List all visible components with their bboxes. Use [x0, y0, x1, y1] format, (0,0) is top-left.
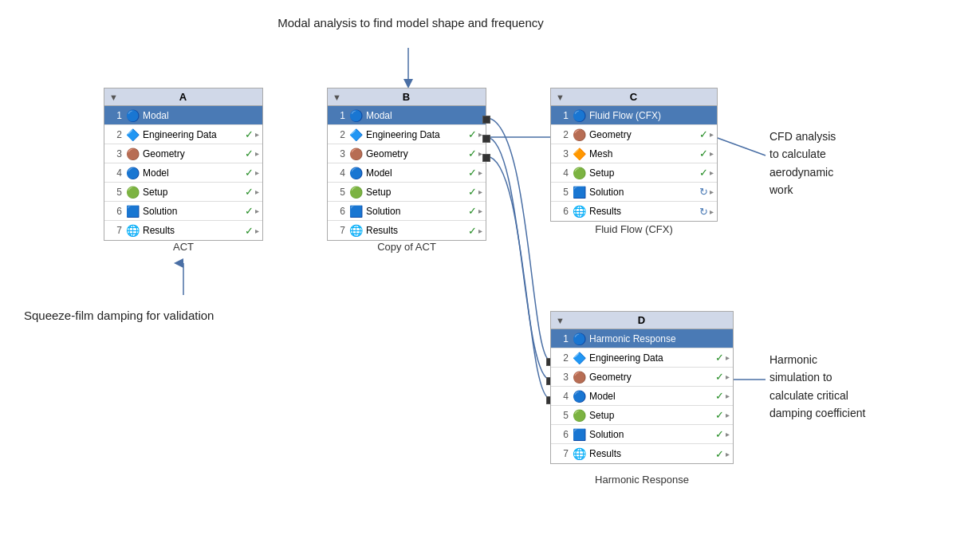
row-D-5[interactable]: 5 🟢 Setup ✓ ▸ — [551, 406, 733, 425]
row-arrow-B-4: ▸ — [478, 168, 482, 177]
row-num-B-3: 3 — [331, 148, 345, 159]
row-check-C-5: ↻ — [699, 186, 708, 198]
row-check-C-2: ✓ — [699, 128, 708, 140]
row-icon-A-3: 🟤 — [125, 147, 140, 161]
row-label-D-2: Engineering Data — [589, 352, 712, 364]
row-num-D-4: 4 — [554, 391, 569, 402]
row-label-A-6: Solution — [143, 206, 242, 217]
row-A-3[interactable]: 3 🟤 Geometry ✓ ▸ — [104, 144, 262, 163]
row-arrow-D-4: ▸ — [726, 391, 730, 400]
row-C-3[interactable]: 3 🔶 Mesh ✓ ▸ — [551, 144, 717, 163]
row-A-6[interactable]: 6 🟦 Solution ✓ ▸ — [104, 202, 262, 221]
row-C-1[interactable]: 1 🔵 Fluid Flow (CFX) — [551, 106, 717, 125]
row-icon-D-1: 🔵 — [572, 332, 586, 346]
row-D-2[interactable]: 2 🔷 Engineering Data ✓ ▸ — [551, 348, 733, 368]
row-label-B-6: Solution — [366, 206, 465, 217]
row-B-1[interactable]: 1 🔵 Modal — [328, 106, 486, 125]
row-C-5[interactable]: 5 🟦 Solution ↻ ▸ — [551, 183, 717, 202]
row-B-4[interactable]: 4 🔵 Model ✓ ▸ — [328, 163, 486, 183]
row-B-5[interactable]: 5 🟢 Setup ✓ ▸ — [328, 183, 486, 202]
row-num-C-1: 1 — [554, 110, 569, 121]
row-check-D-5: ✓ — [715, 409, 724, 421]
row-arrow-C-6: ▸ — [710, 207, 714, 216]
collapse-arrow-C[interactable]: ▼ — [556, 92, 565, 102]
row-check-C-6: ↻ — [699, 206, 708, 218]
row-num-D-7: 7 — [554, 448, 569, 459]
right-top-annotation: CFD analysisto calculateaerodynamicwork — [769, 128, 836, 199]
row-icon-A-1: 🔵 — [125, 108, 140, 123]
row-icon-B-7: 🌐 — [348, 223, 363, 238]
row-label-B-4: Model — [366, 167, 465, 179]
collapse-arrow-D[interactable]: ▼ — [556, 316, 565, 325]
row-arrow-D-2: ▸ — [726, 353, 730, 362]
row-icon-D-7: 🌐 — [572, 447, 586, 461]
svg-line-2 — [715, 137, 766, 155]
row-icon-B-4: 🔵 — [348, 166, 363, 180]
row-num-B-2: 2 — [331, 129, 345, 140]
row-icon-D-5: 🟢 — [572, 408, 586, 423]
row-B-6[interactable]: 6 🟦 Solution ✓ ▸ — [328, 202, 486, 221]
row-arrow-A-2: ▸ — [255, 130, 259, 139]
system-header-D: ▼ D — [551, 312, 733, 329]
row-arrow-A-6: ▸ — [255, 207, 259, 215]
row-D-7[interactable]: 7 🌐 Results ✓ ▸ — [551, 444, 733, 463]
right-bottom-annotation: Harmonicsimulation tocalculate criticald… — [769, 351, 865, 423]
row-label-C-1: Fluid Flow (CFX) — [589, 110, 714, 121]
row-icon-A-5: 🟢 — [125, 185, 140, 199]
row-C-4[interactable]: 4 🟢 Setup ✓ ▸ — [551, 163, 717, 183]
row-C-6[interactable]: 6 🌐 Results ↻ ▸ — [551, 202, 717, 221]
system-block-C: ▼ C 1 🔵 Fluid Flow (CFX) 2 🟤 Geometry ✓ … — [550, 88, 718, 222]
system-label-A: ACT — [104, 241, 263, 253]
row-label-A-2: Engineering Data — [143, 129, 242, 140]
row-num-A-6: 6 — [108, 206, 122, 217]
row-label-A-3: Geometry — [143, 148, 242, 159]
collapse-arrow-A[interactable]: ▼ — [109, 92, 118, 102]
row-arrow-D-7: ▸ — [726, 450, 730, 458]
row-num-C-3: 3 — [554, 148, 569, 159]
row-num-A-1: 1 — [108, 110, 122, 121]
conn-dot-B4 — [482, 154, 490, 162]
row-label-C-4: Setup — [589, 167, 696, 179]
collapse-arrow-B[interactable]: ▼ — [333, 92, 341, 102]
row-D-4[interactable]: 4 🔵 Model ✓ ▸ — [551, 387, 733, 406]
row-check-C-3: ✓ — [699, 148, 708, 159]
row-B-7[interactable]: 7 🌐 Results ✓ ▸ — [328, 221, 486, 240]
row-label-B-1: Modal — [366, 110, 482, 121]
row-A-7[interactable]: 7 🌐 Results ✓ ▸ — [104, 221, 262, 240]
row-D-6[interactable]: 6 🟦 Solution ✓ ▸ — [551, 425, 733, 444]
row-A-2[interactable]: 2 🔷 Engineering Data ✓ ▸ — [104, 125, 262, 144]
row-arrow-A-5: ▸ — [255, 187, 259, 196]
row-label-D-1: Harmonic Response — [589, 333, 730, 344]
row-B-3[interactable]: 3 🟤 Geometry ✓ ▸ — [328, 144, 486, 163]
row-C-2[interactable]: 2 🟤 Geometry ✓ ▸ — [551, 125, 717, 144]
row-B-2[interactable]: 2 🔷 Engineering Data ✓ ▸ — [328, 125, 486, 144]
row-check-D-4: ✓ — [715, 390, 724, 402]
row-num-D-5: 5 — [554, 410, 569, 421]
row-num-D-2: 2 — [554, 352, 569, 364]
row-num-A-4: 4 — [108, 167, 122, 179]
row-arrow-A-4: ▸ — [255, 168, 259, 177]
row-label-D-3: Geometry — [589, 372, 712, 383]
row-D-1[interactable]: 1 🔵 Harmonic Response — [551, 329, 733, 348]
connection-lines — [0, 0, 980, 539]
row-A-5[interactable]: 5 🟢 Setup ✓ ▸ — [104, 183, 262, 202]
top-annotation: Modal analysis to find model shape and f… — [231, 14, 590, 33]
main-canvas: Modal analysis to find model shape and f… — [0, 0, 980, 539]
row-arrow-D-6: ▸ — [726, 430, 730, 439]
row-A-4[interactable]: 4 🔵 Model ✓ ▸ — [104, 163, 262, 183]
system-header-B: ▼ B — [328, 89, 486, 106]
row-D-3[interactable]: 3 🟤 Geometry ✓ ▸ — [551, 368, 733, 387]
row-num-D-3: 3 — [554, 372, 569, 383]
row-arrow-C-4: ▸ — [710, 168, 714, 177]
row-num-B-7: 7 — [331, 225, 345, 236]
row-num-B-6: 6 — [331, 206, 345, 217]
row-icon-B-2: 🔷 — [348, 128, 363, 142]
row-label-B-7: Results — [366, 225, 465, 236]
row-check-D-2: ✓ — [715, 352, 724, 364]
row-check-A-6: ✓ — [245, 205, 254, 217]
system-block-A: ▼ A 1 🔵 Modal 2 🔷 Engineering Data ✓ ▸ 3… — [104, 88, 263, 241]
row-A-1[interactable]: 1 🔵 Modal — [104, 106, 262, 125]
row-icon-B-5: 🟢 — [348, 185, 363, 199]
row-label-B-5: Setup — [366, 187, 465, 198]
row-icon-C-3: 🔶 — [572, 147, 586, 161]
